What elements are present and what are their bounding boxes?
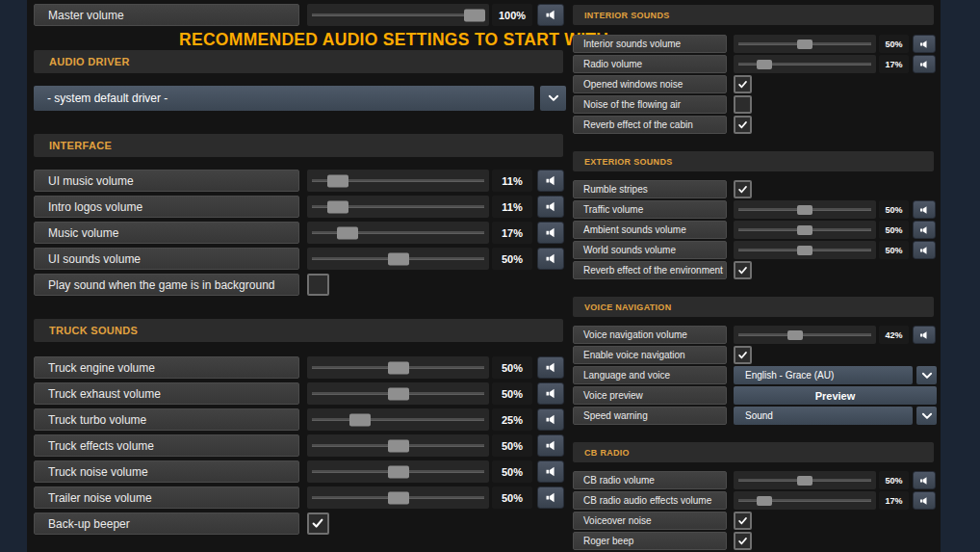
slider-thumb[interactable]	[757, 496, 772, 506]
mute-button-interior-sounds-volume[interactable]	[913, 35, 936, 53]
checkbox-back-up-beeper[interactable]	[307, 513, 329, 535]
mute-button-traffic-volume[interactable]	[913, 200, 936, 219]
checkmark-icon	[735, 119, 750, 130]
slider-thumb[interactable]	[327, 174, 348, 187]
volume-slider-truck-turbo-volume[interactable]	[307, 408, 489, 431]
slider-thumb[interactable]	[464, 9, 485, 21]
row-label-text: Music volume	[48, 226, 118, 240]
slider-thumb[interactable]	[388, 361, 409, 374]
slider-thumb[interactable]	[388, 439, 409, 452]
checkbox-roger-beep[interactable]	[734, 532, 752, 550]
volume-value-ambient-sounds-volume: 50%	[879, 221, 909, 239]
slider-thumb[interactable]	[797, 246, 812, 255]
chevron-down-icon	[547, 92, 560, 105]
volume-value-traffic-volume: 50%	[879, 200, 909, 219]
volume-slider-ui-music-volume[interactable]	[307, 170, 489, 192]
checkbox-noise-of-the-flowing-air[interactable]	[734, 95, 752, 114]
row-label-truck-exhaust-volume: Truck exhaust volume	[34, 382, 299, 405]
volume-value-ui-music-volume: 11%	[492, 170, 532, 192]
mute-button-cb-radio-volume[interactable]	[913, 471, 936, 489]
checkbox-rumble-stripes[interactable]	[734, 180, 752, 198]
volume-slider-cb-radio-volume[interactable]	[734, 471, 876, 489]
mute-button-world-sounds-volume[interactable]	[913, 241, 936, 259]
row-label-text: Truck exhaust volume	[48, 387, 161, 401]
mute-button-voice-navigation-volume[interactable]	[913, 326, 936, 344]
slider-thumb[interactable]	[388, 491, 409, 504]
mute-button-truck-exhaust-volume[interactable]	[537, 382, 564, 405]
checkmark-icon	[735, 536, 750, 546]
row-label-language-and-voice: Language and voice	[573, 366, 727, 384]
row-label-master-volume: Master volume	[34, 4, 299, 26]
slider-thumb[interactable]	[388, 252, 409, 265]
volume-value-truck-turbo-volume: 25%	[492, 408, 532, 431]
mute-button-radio-volume[interactable]	[913, 55, 936, 73]
checkmark-icon	[735, 515, 750, 526]
row-label-trailer-noise-volume: Trailer noise volume	[34, 486, 299, 509]
row-label-cb-radio-volume: CB radio volume	[573, 471, 727, 489]
slider-thumb[interactable]	[388, 465, 409, 478]
checkmark-icon	[735, 79, 750, 90]
slider-thumb[interactable]	[337, 226, 358, 239]
mute-button-ui-music-volume[interactable]	[537, 170, 564, 192]
volume-slider-truck-effects-volume[interactable]	[307, 434, 489, 457]
mute-button-trailer-noise-volume[interactable]	[537, 486, 564, 509]
mute-button-truck-engine-volume[interactable]	[537, 356, 564, 379]
preview-button[interactable]: Preview	[734, 386, 937, 405]
checkbox-voiceover-noise[interactable]	[734, 512, 752, 530]
volume-slider-ui-sounds-volume[interactable]	[307, 248, 489, 270]
dropdown-chevron-speed-warning[interactable]	[916, 407, 937, 425]
row-label-voiceover-noise: Voiceover noise	[573, 512, 727, 530]
volume-slider-ambient-sounds-volume[interactable]	[734, 221, 876, 239]
row-label-text: Traffic volume	[583, 204, 643, 215]
volume-slider-voice-navigation-volume[interactable]	[734, 326, 876, 344]
volume-slider-truck-engine-volume[interactable]	[307, 356, 489, 379]
slider-thumb[interactable]	[797, 476, 812, 486]
slider-thumb[interactable]	[327, 200, 348, 213]
speaker-icon	[918, 495, 930, 507]
dropdown-language-and-voice[interactable]: English - Grace (AU)	[734, 366, 913, 384]
mute-button-truck-noise-volume[interactable]	[537, 460, 564, 483]
speaker-icon	[544, 412, 558, 427]
row-label-text: CB radio audio effects volume	[583, 495, 711, 506]
volume-slider-truck-noise-volume[interactable]	[307, 460, 489, 483]
dropdown-chevron-language-and-voice[interactable]	[916, 366, 937, 384]
mute-button-music-volume[interactable]	[537, 222, 564, 244]
slider-thumb[interactable]	[797, 205, 812, 215]
mute-button-ui-sounds-volume[interactable]	[537, 248, 564, 270]
slider-thumb[interactable]	[349, 413, 371, 426]
dropdown-speed-warning[interactable]: Sound	[734, 407, 913, 425]
volume-slider-world-sounds-volume[interactable]	[734, 241, 876, 259]
volume-slider-traffic-volume[interactable]	[734, 200, 876, 219]
section-header-cb-radio: CB RADIO	[573, 442, 934, 462]
dropdown-selected-value: Sound	[745, 410, 773, 421]
checkbox-opened-windows-noise[interactable]	[734, 75, 752, 93]
checkbox-reverb-effect-of-the-cabin[interactable]	[734, 116, 752, 134]
mute-button-master-volume[interactable]	[537, 4, 564, 26]
checkbox-play-sound-when-the-game-is-in-background[interactable]	[307, 274, 329, 296]
slider-thumb[interactable]	[757, 60, 772, 69]
slider-thumb[interactable]	[797, 39, 812, 49]
mute-button-truck-effects-volume[interactable]	[537, 434, 564, 457]
mute-button-cb-radio-audio-effects-volume[interactable]	[913, 491, 936, 510]
volume-slider-music-volume[interactable]	[307, 222, 489, 244]
volume-slider-trailer-noise-volume[interactable]	[307, 486, 489, 509]
section-header-text: AUDIO DRIVER	[49, 56, 130, 67]
volume-slider-intro-logos-volume[interactable]	[307, 196, 489, 218]
row-label-text: Voice navigation volume	[583, 329, 687, 340]
dropdown-chevron-audio-driver[interactable]	[540, 86, 566, 111]
slider-thumb[interactable]	[388, 387, 409, 400]
volume-slider-master-volume[interactable]	[307, 4, 489, 26]
mute-button-truck-turbo-volume[interactable]	[537, 408, 564, 431]
volume-slider-interior-sounds-volume[interactable]	[734, 35, 876, 53]
mute-button-intro-logos-volume[interactable]	[537, 196, 564, 218]
checkbox-reverb-effect-of-the-environment[interactable]	[734, 261, 752, 279]
mute-button-ambient-sounds-volume[interactable]	[913, 221, 936, 239]
volume-slider-truck-exhaust-volume[interactable]	[307, 382, 489, 405]
slider-thumb[interactable]	[787, 330, 803, 340]
volume-slider-cb-radio-audio-effects-volume[interactable]	[734, 491, 876, 510]
checkbox-enable-voice-navigation[interactable]	[734, 346, 752, 364]
slider-thumb[interactable]	[797, 225, 812, 235]
volume-slider-radio-volume[interactable]	[734, 55, 876, 73]
dropdown-audio-driver[interactable]: - system default driver -	[34, 86, 534, 111]
speaker-icon	[918, 59, 930, 70]
